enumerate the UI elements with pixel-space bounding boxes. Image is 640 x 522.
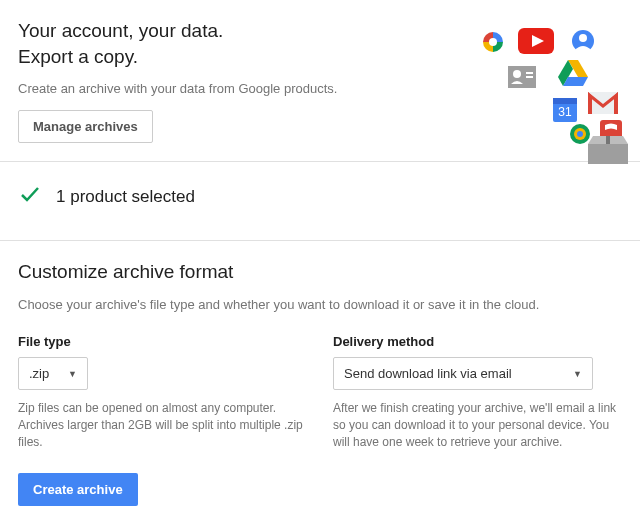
- calendar-icon: 31: [553, 98, 577, 122]
- filetype-select[interactable]: .zip ▼: [18, 357, 88, 390]
- svg-rect-6: [526, 72, 533, 74]
- delivery-label: Delivery method: [333, 334, 622, 349]
- svg-rect-17: [606, 136, 610, 144]
- svg-point-5: [513, 70, 521, 78]
- chevron-down-icon: ▼: [68, 369, 77, 379]
- svg-point-3: [579, 34, 587, 42]
- photos-icon: [481, 30, 505, 54]
- delivery-column: Delivery method Send download link via e…: [333, 334, 622, 450]
- svg-rect-11: [588, 92, 618, 114]
- drive-icon: [558, 60, 588, 86]
- title-line1: Your account, your data.: [18, 20, 223, 41]
- manage-archives-button[interactable]: Manage archives: [18, 110, 153, 143]
- customize-section: Customize archive format Choose your arc…: [0, 241, 640, 522]
- chrome-icon: [570, 124, 590, 144]
- svg-point-0: [489, 38, 497, 46]
- box-icon: [588, 136, 628, 164]
- delivery-select[interactable]: Send download link via email ▼: [333, 357, 593, 390]
- filetype-help: Zip files can be opened on almost any co…: [18, 400, 303, 450]
- contact-card-icon: [508, 66, 536, 88]
- svg-rect-16: [588, 144, 628, 164]
- delivery-value: Send download link via email: [344, 366, 512, 381]
- delivery-help: After we finish creating your archive, w…: [333, 400, 622, 450]
- contacts-icon: [572, 30, 594, 52]
- customize-desc: Choose your archive's file type and whet…: [18, 297, 622, 312]
- title-line2: Export a copy.: [18, 46, 138, 67]
- svg-rect-9: [553, 98, 577, 104]
- svg-text:31: 31: [558, 105, 572, 119]
- checkmark-icon: [18, 182, 42, 212]
- svg-rect-7: [526, 76, 533, 78]
- selected-count-text: 1 product selected: [56, 187, 195, 207]
- svg-point-14: [577, 131, 583, 137]
- customize-title: Customize archive format: [18, 261, 622, 283]
- product-icon-cluster: 31: [458, 24, 628, 164]
- create-archive-button[interactable]: Create archive: [18, 473, 138, 506]
- youtube-icon: [518, 28, 554, 54]
- format-columns: File type .zip ▼ Zip files can be opened…: [18, 334, 622, 450]
- header-section: Your account, your data. Export a copy. …: [0, 0, 640, 161]
- filetype-value: .zip: [29, 366, 49, 381]
- gmail-icon: [588, 92, 618, 114]
- chevron-down-icon: ▼: [573, 369, 582, 379]
- filetype-label: File type: [18, 334, 303, 349]
- filetype-column: File type .zip ▼ Zip files can be opened…: [18, 334, 303, 450]
- selection-section: 1 product selected: [0, 162, 640, 240]
